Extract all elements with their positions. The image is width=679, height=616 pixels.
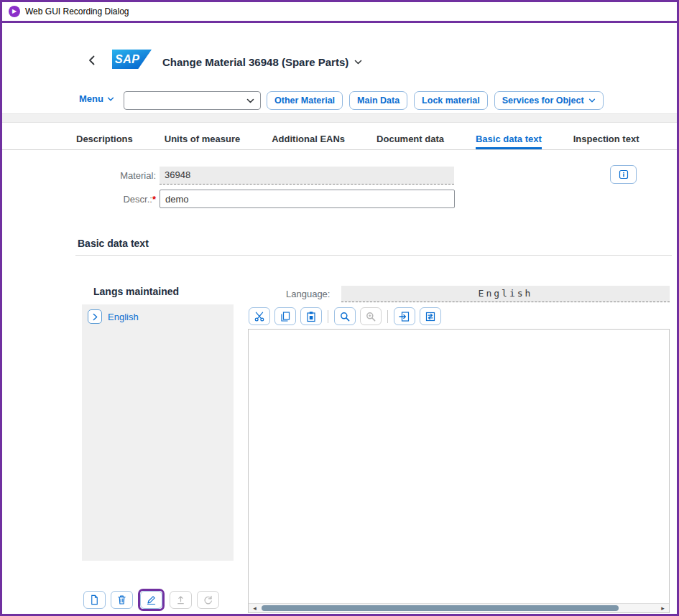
- chevron-down-icon: [588, 98, 596, 103]
- sap-logo: SAP: [112, 50, 152, 69]
- dialog-title: Web GUI Recording Dialog: [25, 6, 129, 17]
- insert-clipboard-icon: [399, 311, 410, 322]
- tab-basic-data-text[interactable]: Basic data text: [476, 128, 542, 149]
- basic-data-text-editor: ◂ ▸: [248, 329, 670, 613]
- new-text-button[interactable]: [83, 591, 106, 609]
- repeat-icon: [203, 594, 213, 605]
- info-icon: [618, 169, 629, 180]
- text-editor-toolbar: [249, 307, 441, 325]
- cut-icon: [254, 311, 265, 322]
- back-button[interactable]: [83, 52, 99, 68]
- paste-icon: [305, 311, 317, 322]
- langs-listbox[interactable]: English: [82, 304, 234, 561]
- delete-text-button[interactable]: [111, 591, 133, 609]
- toolbar-separator: [387, 310, 388, 323]
- pencil-icon: [146, 594, 157, 605]
- copy-button[interactable]: [274, 307, 296, 325]
- trash-icon: [116, 594, 127, 605]
- toolbar-separator: [328, 310, 328, 323]
- services-label: Services for Object: [502, 95, 584, 106]
- scrollbar-thumb[interactable]: [262, 605, 619, 611]
- chevron-right-icon: [93, 313, 98, 321]
- collapsed-header-strip: [2, 113, 677, 123]
- page-title-text: Change Material 36948 (Spare Parts): [162, 56, 348, 68]
- chevron-down-icon: [107, 97, 114, 101]
- section-title: Basic data text: [78, 238, 149, 249]
- required-marker: *: [152, 194, 156, 205]
- tab-additional-eans[interactable]: Additional EANs: [272, 128, 345, 149]
- sap-logo-text: SAP: [115, 53, 139, 66]
- transaction-combobox[interactable]: [124, 91, 261, 110]
- paste-button[interactable]: [300, 307, 322, 325]
- copy-icon: [280, 311, 291, 322]
- menu-button[interactable]: Menu: [79, 93, 114, 104]
- menu-label: Menu: [79, 93, 103, 104]
- other-material-label: Other Material: [274, 95, 335, 106]
- section-divider: [75, 255, 672, 256]
- descr-input[interactable]: [160, 190, 455, 208]
- expand-lang-button[interactable]: [88, 309, 102, 324]
- tab-descriptions[interactable]: Descriptions: [76, 128, 133, 149]
- scroll-right-arrow[interactable]: ▸: [658, 604, 668, 612]
- lock-material-label: Lock material: [422, 95, 480, 106]
- main-data-button[interactable]: Main Data: [349, 91, 407, 110]
- language-label: Language:: [286, 289, 330, 299]
- arrow-up-icon: [175, 594, 186, 605]
- services-for-object-button[interactable]: Services for Object: [494, 91, 604, 110]
- main-data-label: Main Data: [357, 95, 399, 106]
- lang-item-label: English: [108, 312, 139, 322]
- insert-clipboard-button[interactable]: [394, 307, 415, 325]
- loop-text-button[interactable]: [197, 591, 219, 609]
- chevron-down-icon: [354, 60, 362, 65]
- header-actions: Other Material Main Data Lock material S…: [267, 91, 604, 110]
- find-button[interactable]: [334, 307, 356, 325]
- other-material-button[interactable]: Other Material: [267, 91, 343, 110]
- chevron-down-icon: [246, 98, 254, 103]
- lock-material-button[interactable]: Lock material: [414, 91, 488, 110]
- search-next-icon: [365, 311, 377, 322]
- annotation-highlight-box: [138, 589, 165, 611]
- descr-label: Descr.:*: [74, 194, 156, 205]
- scroll-left-arrow[interactable]: ◂: [250, 604, 259, 612]
- search-icon: [339, 311, 351, 322]
- text-editor-area[interactable]: [249, 330, 669, 604]
- tab-document-data[interactable]: Document data: [377, 128, 444, 149]
- langs-maintained-title: Langs maintained: [93, 286, 179, 297]
- langs-action-bar: [83, 589, 219, 611]
- upload-text-button[interactable]: [170, 591, 192, 609]
- info-button[interactable]: [610, 165, 637, 184]
- horizontal-scrollbar[interactable]: ◂ ▸: [249, 603, 669, 612]
- swap-clipboard-icon: [425, 311, 436, 322]
- dialog-titlebar: ▶ Web GUI Recording Dialog: [2, 2, 677, 23]
- descr-label-text: Descr.:: [123, 194, 152, 205]
- tab-units-of-measure[interactable]: Units of measure: [165, 128, 240, 149]
- page-title[interactable]: Change Material 36948 (Spare Parts): [162, 54, 362, 70]
- find-next-button[interactable]: [360, 307, 382, 325]
- cut-button[interactable]: [249, 307, 270, 325]
- tab-strip: Descriptions Units of measure Additional…: [2, 128, 677, 150]
- material-label: Material:: [74, 170, 156, 181]
- material-field[interactable]: 36948: [160, 167, 454, 185]
- new-document-icon: [89, 594, 100, 605]
- language-select[interactable]: English: [341, 286, 670, 302]
- tab-inspection-text[interactable]: Inspection text: [573, 128, 639, 149]
- lang-item-english[interactable]: English: [82, 304, 234, 329]
- web-gui-recording-dialog: ▶ Web GUI Recording Dialog SAP Change Ma…: [0, 0, 679, 616]
- swap-clipboard-button[interactable]: [420, 307, 441, 325]
- recorder-icon: ▶: [9, 6, 20, 17]
- edit-text-button[interactable]: [140, 591, 162, 609]
